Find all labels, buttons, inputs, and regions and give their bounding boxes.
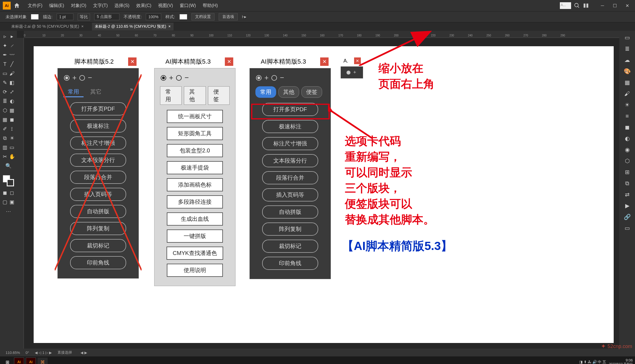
color-panel-icon[interactable]: 🎨: [621, 66, 633, 76]
chevron-right-icon[interactable]: »: [130, 86, 133, 97]
pathfinder-panel-icon[interactable]: ⧉: [621, 178, 633, 188]
btn-dim-enhance-53[interactable]: 标注尺寸增强: [262, 137, 318, 150]
graphic-styles-panel-icon[interactable]: ⬡: [621, 156, 633, 166]
edit-toolbar[interactable]: ⋯: [1, 207, 15, 215]
btn-insert-pagenum-53[interactable]: 插入页码等: [262, 188, 318, 201]
zoom-tool[interactable]: 🔍: [1, 162, 15, 170]
style-swatch[interactable]: [179, 14, 187, 20]
layers-panel-icon[interactable]: ≣: [621, 44, 633, 54]
prefs-button[interactable]: 首选项: [219, 13, 238, 20]
panel-mini-close-button[interactable]: ✕: [354, 57, 361, 64]
home-icon[interactable]: [13, 2, 20, 9]
blend-symbol-tools[interactable]: ⧉☀: [1, 134, 15, 142]
align-icon[interactable]: ⊦▸: [242, 14, 246, 19]
color-mode-icons[interactable]: ◼◻: [1, 189, 15, 197]
gradient-panel-icon[interactable]: ◼: [621, 122, 633, 132]
btn-packaging[interactable]: 包装盒型2.0: [167, 144, 223, 157]
close-button[interactable]: ✕: [622, 2, 632, 9]
opacity-input[interactable]: [146, 13, 161, 20]
btn-auto-impose-53[interactable]: 自动拼版: [262, 205, 318, 219]
menu-select[interactable]: 选择(S): [111, 3, 133, 9]
fill-swatch[interactable]: [31, 14, 39, 20]
search-icon[interactable]: [574, 3, 580, 9]
graph-artboard-tools[interactable]: ▥▭: [1, 143, 15, 152]
start-button[interactable]: ⊞: [2, 358, 12, 364]
panel-53dark-tab-common[interactable]: 常用: [255, 86, 276, 98]
panel-53dark-tab-other[interactable]: 其他: [278, 86, 299, 98]
panel-52-tab-other[interactable]: 其它: [86, 86, 106, 97]
pen-curve-tools[interactable]: ✒〰: [1, 51, 15, 59]
btn-prepress-corner-53[interactable]: 印前角线: [262, 257, 318, 270]
btn-cmyk-pantone[interactable]: CMYK查找潘通色: [167, 247, 223, 260]
rotate-scale-tools[interactable]: ⟳⤢: [1, 88, 15, 96]
swatches-panel-icon[interactable]: ▦: [621, 77, 633, 87]
panel-53light-tab-common[interactable]: 常用: [160, 86, 182, 105]
mesh-gradient-tools[interactable]: ▦◼: [1, 115, 15, 124]
eyedropper-tools[interactable]: ✐⟟: [1, 125, 15, 133]
btn-dim-enhance-52[interactable]: 标注尺寸增强: [70, 136, 126, 150]
mini-search-box[interactable]: A...: [560, 2, 571, 9]
shapebuilder-tools[interactable]: ⬡▦: [1, 106, 15, 115]
btn-multi-path-join[interactable]: 多段路径连接: [167, 195, 223, 208]
taskbar-ai-2[interactable]: Ai: [26, 358, 36, 364]
btn-fast-annotate-53[interactable]: 极速标注: [262, 120, 318, 133]
menu-window[interactable]: 窗口(W): [176, 3, 199, 9]
width-warp-tools[interactable]: ≣◐: [1, 97, 15, 105]
btn-crop-marks-52[interactable]: 裁切标记: [70, 239, 126, 252]
appearance-panel-icon[interactable]: ◉: [621, 145, 633, 155]
radio-checked-icon[interactable]: [161, 75, 166, 81]
radio-unchecked-icon[interactable]: [79, 75, 85, 81]
btn-text-split-52[interactable]: 文本段落分行: [70, 154, 126, 167]
radio-checked-icon[interactable]: [64, 75, 70, 81]
btn-help[interactable]: 使用说明: [167, 264, 223, 277]
panel-53light-tab-other[interactable]: 其他: [184, 86, 205, 105]
btn-prepress-corner-52[interactable]: 印前角线: [70, 256, 126, 269]
btn-auto-impose-52[interactable]: 自动拼版: [70, 205, 126, 218]
menu-object[interactable]: 对象(O): [68, 3, 90, 9]
rotation[interactable]: 0°: [26, 351, 29, 355]
btn-para-merge-53[interactable]: 段落行合并: [262, 171, 318, 184]
panel-52-close-button[interactable]: ✕: [128, 57, 137, 66]
panel-52-tab-common[interactable]: 常用: [63, 86, 84, 97]
menu-effect[interactable]: 效果(C): [133, 3, 155, 9]
btn-fast-annotate-52[interactable]: 极速标注: [70, 119, 126, 133]
slice-hand-tools[interactable]: ✂✋: [1, 152, 15, 161]
menu-edit[interactable]: 编辑(E): [46, 3, 67, 9]
links-panel-icon[interactable]: 🔗: [621, 212, 633, 222]
menu-type[interactable]: 文字(T): [90, 3, 111, 9]
menu-file[interactable]: 文件(F): [24, 3, 46, 9]
rect-brush-tools[interactable]: ▭🖌: [1, 69, 15, 78]
screen-mode-icons[interactable]: ▢▣: [1, 198, 15, 206]
taskbar-app-3[interactable]: ⌘: [38, 358, 48, 364]
brush-input[interactable]: [94, 13, 119, 20]
btn-para-merge-52[interactable]: 段落行合并: [70, 171, 126, 184]
actions-panel-icon[interactable]: ▶: [621, 201, 633, 211]
align-panel-icon[interactable]: ⊞: [621, 167, 633, 177]
btn-text-split-53[interactable]: 文本段落分行: [262, 154, 318, 167]
selection-tools[interactable]: ▹▸: [1, 32, 15, 41]
radio-unchecked-icon[interactable]: [176, 75, 182, 81]
btn-oneclick-impose[interactable]: 一键拼版: [167, 229, 223, 243]
btn-open-pdf-52[interactable]: 打开多页PDF: [70, 102, 126, 115]
btn-handbag[interactable]: 极速手提袋: [167, 161, 223, 174]
radio-unchecked-icon[interactable]: [271, 75, 277, 81]
type-line-tools[interactable]: T╱: [1, 60, 15, 68]
btn-array-copy-53[interactable]: 阵列复制: [262, 222, 318, 236]
doc-setup-button[interactable]: 文档设置: [191, 13, 214, 20]
arrange-icon[interactable]: [583, 3, 589, 9]
menu-help[interactable]: 帮助(H): [199, 3, 221, 9]
stroke-panel-icon[interactable]: ≡: [621, 111, 633, 121]
taskbar-ai-1[interactable]: Ai: [14, 358, 24, 364]
fill-stroke-swatches[interactable]: [1, 174, 15, 188]
uniform-scale[interactable]: 等比: [78, 13, 90, 20]
btn-crop-marks-53[interactable]: 裁切标记: [262, 240, 318, 253]
transform-panel-icon[interactable]: ⇄: [621, 189, 633, 200]
libraries-panel-icon[interactable]: ☁: [621, 55, 633, 65]
wand-lasso-tools[interactable]: ✦⟋: [1, 41, 15, 50]
btn-insert-pagenum-52[interactable]: 插入页码等: [70, 188, 126, 201]
artboards-panel-icon[interactable]: ▭: [621, 223, 633, 233]
shaper-eraser-tools[interactable]: ✎◧: [1, 78, 15, 87]
transparency-panel-icon[interactable]: ◐: [621, 133, 633, 143]
zoom-level[interactable]: 110.65%: [6, 351, 20, 355]
panel-53dark-tab-notes[interactable]: 便签: [301, 86, 322, 98]
